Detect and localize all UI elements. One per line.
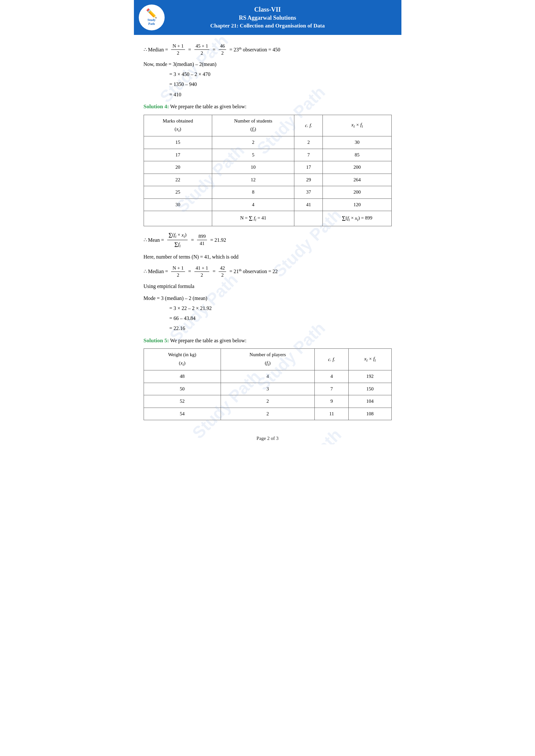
median-frac-42: 42 2: [219, 265, 226, 279]
freq-12: 12: [212, 174, 294, 186]
total-xifi: Σ(fi × xi) = 899: [323, 211, 391, 226]
logo-container: ✏️ StudyPath: [137, 5, 166, 30]
page-header: ✏️ StudyPath Class-VII RS Aggarwal Solut…: [134, 0, 401, 35]
empirical-text: Using empirical formula: [144, 284, 194, 289]
freq-8: 8: [212, 186, 294, 199]
freq-4: 4: [212, 199, 294, 211]
mode-s4-line1-text: = 3 × 22 – 2 × 21.92: [169, 304, 212, 312]
mode-calc3: = 410: [144, 90, 392, 99]
cf-37: 37: [294, 186, 323, 199]
mode-calc2: = 1350 – 940: [144, 80, 392, 89]
table-row: 15 2 2 30: [144, 136, 391, 149]
mode-calc3-text: = 410: [169, 90, 182, 99]
xifi-120: 120: [323, 199, 391, 211]
header-solutions: RS Aggarwal Solutions: [137, 14, 398, 21]
freq-5: 5: [212, 149, 294, 161]
median-eq1: =: [188, 267, 191, 276]
logo-icon: ✏️: [146, 9, 157, 18]
terms-note-s4: Here, number of terms (N) = 41, which is…: [144, 253, 392, 261]
empirical-label-s4: Using empirical formula: [144, 282, 392, 290]
s5-col-players: Number of players(fi): [221, 349, 314, 370]
solution4-intro: We prepare the table as given below:: [170, 104, 246, 109]
logo-text: StudyPath: [148, 18, 155, 26]
xifi-264: 264: [323, 174, 391, 186]
mode-s4-line2-text: = 66 – 43.84: [169, 314, 196, 323]
xifi-30: 30: [323, 136, 391, 149]
page-footer: Page 2 of 3: [134, 431, 401, 445]
s5-table-header-row: Weight (in kg)(xi) Number of players(fi)…: [144, 349, 391, 370]
total-cf-empty: [294, 211, 323, 226]
mode-s4-line1: = 3 × 22 – 2 × 21.92: [144, 304, 392, 312]
s5-table-row: 50 3 7 150: [144, 383, 391, 395]
marks-20: 20: [144, 161, 212, 174]
therefore-symbol: ∴ Median =: [144, 45, 168, 54]
s5-weight-50: 50: [144, 383, 221, 395]
equals2: =: [212, 45, 215, 54]
s5-cf-11: 11: [315, 408, 349, 420]
header-class: Class-VII: [137, 6, 398, 13]
median-line-s4: ∴ Median = N + 1 2 = 41 + 1 2 = 42 2 = 2…: [144, 265, 392, 279]
median-result-s4: = 21th observation = 22: [229, 267, 277, 276]
solution4-table: Marks obtained(xi) Number of students(fi…: [144, 115, 392, 227]
mode-intro: Now, mode = 3(median) – 2(mean): [144, 60, 392, 68]
cf-29: 29: [294, 174, 323, 186]
solution5-table: Weight (in kg)(xi) Number of players(fi)…: [144, 348, 392, 420]
mean-line-s4: ∴ Mean = Σ(fi × xi) Σfi = 899 41 = 21.92: [144, 231, 392, 249]
cf-41: 41: [294, 199, 323, 211]
s5-weight-48: 48: [144, 370, 221, 383]
s5-xifi-104: 104: [349, 395, 391, 408]
main-content: Study Path Study Path Study Path Study P…: [134, 35, 401, 431]
median-block-s4: ∴ Median = N + 1 2 = 41 + 1 2 = 42 2 = 2…: [144, 265, 392, 279]
solution5-heading-line: Solution 5: We prepare the table as give…: [144, 336, 392, 345]
median-eq2: =: [212, 267, 215, 276]
solution5-heading: Solution 5:: [144, 338, 169, 343]
mode-heading-text: Mode = 3 (median) – 2 (mean): [144, 294, 207, 303]
xifi-85: 85: [323, 149, 391, 161]
s5-col-cf: c. f.: [315, 349, 349, 370]
total-fi: N = Σ fi = 41: [212, 211, 294, 226]
marks-25: 25: [144, 186, 212, 199]
header-chapter: Chapter 21: Collection and Organisation …: [137, 23, 398, 29]
s5-cf-4: 4: [315, 370, 349, 383]
solution4-heading-line: Solution 4: We prepare the table as give…: [144, 102, 392, 112]
s5-table-row: 52 2 9 104: [144, 395, 391, 408]
cf-17: 17: [294, 161, 323, 174]
mode-calc1: = 3 × 450 – 2 × 470: [144, 70, 392, 79]
s5-col-xifi: xi × fi: [349, 349, 391, 370]
equals-symbol: =: [188, 45, 191, 54]
s5-xifi-192: 192: [349, 370, 391, 383]
mean-equals: =: [191, 236, 194, 244]
mean-result-s4: = 21.92: [210, 236, 226, 244]
mode-block-s4: Mode = 3 (median) – 2 (mean) = 3 × 22 – …: [144, 294, 392, 333]
mode-s4-line2: = 66 – 43.84: [144, 314, 392, 323]
s5-freq-3: 3: [221, 383, 314, 395]
mode-calc2-text: = 1350 – 940: [169, 80, 197, 89]
solution4-block: Solution 4: We prepare the table as give…: [144, 102, 392, 112]
marks-22: 22: [144, 174, 212, 186]
table-row: 22 12 29 264: [144, 174, 391, 186]
logo-circle: ✏️ StudyPath: [139, 5, 165, 30]
s5-table-row: 48 4 4 192: [144, 370, 391, 383]
col-cf: c. f.: [294, 115, 323, 136]
table-total-row: N = Σ fi = 41 Σ(fi × xi) = 899: [144, 211, 391, 226]
equals3: = 23th observation = 450: [229, 45, 280, 54]
freq-2: 2: [212, 136, 294, 149]
median-therefore-s4: ∴ Median =: [144, 267, 168, 276]
mode-s4-line3: = 22.16: [144, 324, 392, 333]
freq-10: 10: [212, 161, 294, 174]
mode-block-top: Now, mode = 3(median) – 2(mean) = 3 × 45…: [144, 60, 392, 99]
s5-col-weight: Weight (in kg)(xi): [144, 349, 221, 370]
median-frac-41: 41 + 1 2: [194, 265, 209, 279]
mode-intro-text: Now, mode = 3(median) – 2(mean): [144, 60, 217, 68]
fraction-46: 46 2: [219, 43, 226, 57]
table-row: 20 10 17 200: [144, 161, 391, 174]
mode-heading-s4: Mode = 3 (median) – 2 (mean): [144, 294, 392, 303]
s5-weight-52: 52: [144, 395, 221, 408]
solution4-heading: Solution 4:: [144, 103, 169, 110]
top-median-block: ∴ Median = N + 1 2 = 45 + 1 2 = 46 2 = 2…: [144, 43, 392, 57]
marks-15: 15: [144, 136, 212, 149]
mode-s4-line3-text: = 22.16: [169, 324, 185, 333]
table-row: 25 8 37 200: [144, 186, 391, 199]
median-frac-n1-s4: N + 1 2: [171, 265, 185, 279]
s5-freq-2b: 2: [221, 408, 314, 420]
